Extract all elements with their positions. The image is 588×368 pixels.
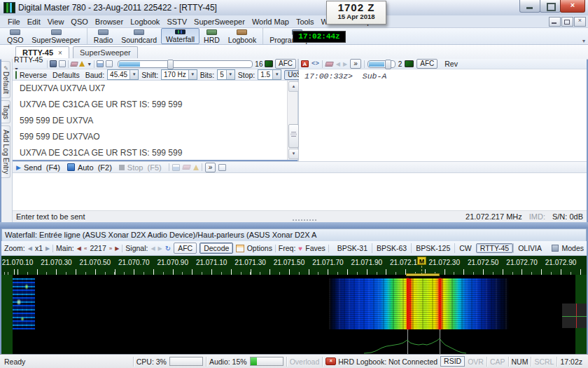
menu-item[interactable]: World Map — [248, 16, 293, 27]
menu-item[interactable]: SuperSweeper — [190, 16, 248, 27]
main-right-arrow-icon[interactable]: ▶ — [115, 245, 119, 252]
tx-level-slider[interactable] — [368, 60, 396, 68]
menu-item[interactable]: QSO — [67, 16, 91, 27]
side-tab[interactable]: Add Log Entry — [1, 125, 10, 178]
toolbar-button[interactable]: QSO — [3, 28, 27, 44]
signal-left-arrow-icon[interactable]: ◀ — [150, 245, 155, 252]
chevron-down-icon[interactable]: ▼ — [130, 70, 138, 79]
main-step-down-icon[interactable]: « — [84, 245, 87, 252]
waterfall-mode-button[interactable]: OLIVIA — [513, 243, 546, 253]
save-icon[interactable] — [50, 60, 57, 67]
menu-item[interactable]: Tools — [293, 16, 318, 27]
signal-right-arrow-icon[interactable]: ▶ — [158, 245, 162, 252]
toolbar-button[interactable]: Logbook — [224, 28, 260, 44]
erase-icon[interactable] — [182, 165, 191, 170]
close-button[interactable]: × — [560, 0, 585, 13]
menu-item[interactable]: Browser — [92, 16, 127, 27]
macros-icon[interactable] — [218, 164, 226, 171]
mdi-restore-button[interactable] — [561, 17, 573, 27]
waterfall-mode-button[interactable]: RTTY-45 — [476, 243, 513, 253]
afc-button[interactable]: AFC — [416, 59, 438, 69]
insert-icon[interactable] — [172, 164, 180, 171]
back-arrow-icon[interactable]: ◀ — [336, 61, 340, 67]
side-tab[interactable]: Tags — [1, 100, 10, 123]
waterfall-mode-button[interactable]: BPSK-31 — [333, 243, 372, 253]
layout-icon[interactable] — [97, 60, 104, 67]
splitter-grip[interactable] — [293, 219, 316, 221]
menu-item[interactable]: SSTV — [163, 16, 190, 27]
reverse-button[interactable]: Reverse — [20, 71, 47, 79]
chevron-down-icon[interactable]: ▼ — [226, 70, 234, 79]
chevron-down-icon[interactable]: ▼ — [272, 70, 281, 79]
document-tab-bar: RTTY-45× SuperSweeper — [0, 45, 588, 60]
mdi-minimize-button[interactable] — [549, 17, 561, 27]
menu-item[interactable]: Logbook — [127, 16, 163, 27]
defaults-button[interactable]: Defaults — [52, 71, 80, 79]
stop-label: Stop: — [238, 71, 255, 79]
expand-button[interactable]: » — [350, 59, 361, 69]
shift-select[interactable]: 170 Hz▼ — [161, 69, 197, 80]
tx-slider-thumb[interactable] — [385, 60, 391, 69]
menu-item[interactable]: Edit — [24, 16, 44, 27]
zoom-decrease-icon[interactable]: ◀ — [28, 245, 32, 252]
waterfall-mode-button[interactable]: BPSK-125 — [411, 243, 454, 253]
toolbar-overflow-chevron[interactable]: ▾ — [582, 38, 585, 44]
alarm-bell-icon[interactable] — [79, 61, 85, 67]
toolbar-button[interactable]: Radio — [87, 28, 117, 44]
toolbar-button[interactable]: Waterfall — [161, 28, 200, 44]
frequency-scale[interactable]: 21.070.1021.070.3021.070.5021.070.7021.0… — [1, 256, 587, 275]
tab-close-icon[interactable]: × — [58, 49, 62, 57]
decode-button[interactable]: Decode — [200, 243, 233, 254]
tx-input-area[interactable] — [13, 173, 587, 210]
favorites-button[interactable]: Faves — [305, 244, 326, 252]
options-button[interactable]: Options — [247, 244, 272, 252]
chevron-down-icon[interactable]: ▼ — [87, 62, 92, 67]
waterfall-display[interactable] — [1, 275, 587, 354]
baud-select[interactable]: 45.45▼ — [107, 69, 139, 80]
zoom-increase-icon[interactable]: ▶ — [46, 245, 50, 252]
reverse-toggle[interactable]: Rev — [444, 60, 458, 68]
toolbar-button[interactable]: Soundcard — [117, 28, 161, 44]
scroll-down-icon[interactable]: ▼ — [288, 149, 299, 159]
send-button[interactable]: Send (F4) — [24, 163, 60, 172]
stop-select[interactable]: 1.5▼ — [258, 69, 281, 80]
squelch-slider[interactable] — [118, 60, 253, 68]
auto-button[interactable]: Auto (F2) — [78, 163, 112, 172]
maximize-button[interactable] — [540, 0, 561, 13]
erase-icon[interactable] — [325, 62, 334, 67]
modes-button[interactable]: Modes — [561, 244, 584, 252]
notes-icon[interactable] — [106, 60, 113, 67]
tab-supersweeper[interactable]: SuperSweeper — [73, 46, 138, 58]
waterfall-mode-button[interactable]: BPSK-63 — [372, 243, 411, 253]
afc-button[interactable]: AFC — [275, 59, 296, 69]
main-marker[interactable]: M — [417, 257, 426, 265]
rsid-toggle[interactable]: RSID — [440, 356, 465, 367]
reverse-icon — [15, 71, 17, 79]
stop-button[interactable]: Stop (F5) — [127, 163, 162, 172]
waterfall-afc-button[interactable]: AFC — [174, 243, 197, 254]
expand-button[interactable]: » — [205, 163, 216, 172]
rtty-space-line — [439, 278, 441, 329]
chevron-down-icon[interactable]: ▼ — [188, 70, 197, 79]
rx-scrollbar[interactable]: ▲ ▼ — [287, 81, 298, 160]
squelch-slider-thumb[interactable] — [167, 60, 174, 69]
scroll-up-icon[interactable]: ▲ — [288, 81, 299, 92]
mdi-close-button[interactable]: × — [574, 17, 586, 27]
menu-item[interactable]: File — [4, 16, 24, 27]
macro-icon[interactable] — [312, 60, 319, 67]
preview-icon[interactable] — [59, 60, 66, 67]
main-step-up-icon[interactable]: » — [109, 245, 112, 252]
refresh-icon[interactable]: ↻ — [165, 245, 171, 252]
erase-icon[interactable] — [70, 62, 78, 67]
toolbar-button[interactable]: HRD — [200, 28, 224, 44]
scrollbar-thumb[interactable] — [288, 124, 299, 148]
toolbar-button[interactable]: SuperSweeper — [27, 28, 84, 44]
menu-item[interactable]: View — [44, 16, 68, 27]
waterfall-mode-button[interactable]: CW — [454, 243, 476, 253]
bits-select[interactable]: 5▼ — [217, 69, 235, 80]
lock-icon[interactable] — [193, 165, 199, 170]
minimize-button[interactable] — [519, 0, 540, 13]
forward-arrow-icon[interactable]: ▶ — [343, 61, 347, 67]
main-left-arrow-icon[interactable]: ◀ — [77, 245, 81, 252]
side-tab[interactable]: Default — [1, 61, 10, 98]
